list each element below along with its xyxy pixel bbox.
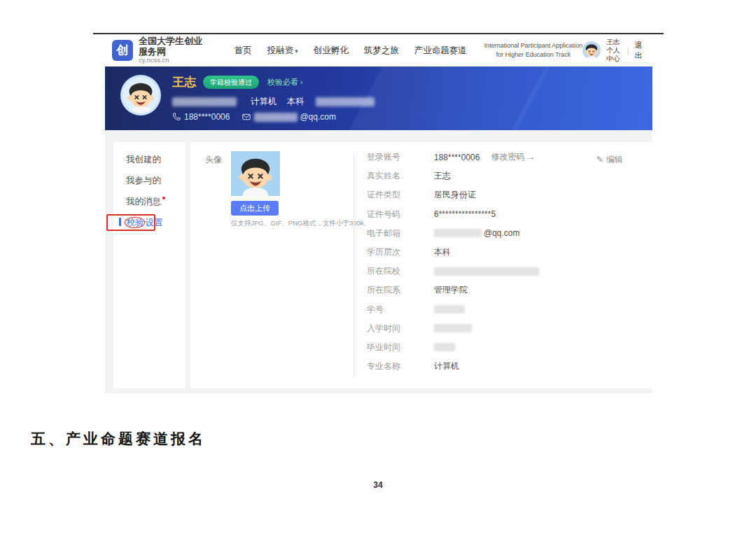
chevron-down-icon: ▾ (295, 48, 298, 55)
field-row-major-name: 专业名称 计算机 (367, 357, 641, 376)
notice-label: 校验必看 (267, 78, 298, 86)
content-area: 我创建的 我参与的 我的消息 校验设置 头像 点击上传 仅支持JPG、GIF、P… (105, 130, 652, 393)
menu-item-investment-label: 投融资 (267, 45, 294, 55)
sidebar-item-verify-settings[interactable]: 校验设置 (113, 212, 186, 233)
banner-line2: 计算机 本科 (172, 96, 374, 108)
active-indicator-bar (119, 218, 121, 226)
field-value: 6****************5 (434, 209, 496, 219)
profile-panel: 头像 点击上传 仅支持JPG、GIF、PNG格式，文件小于300k。 ✎编辑 登… (190, 142, 652, 388)
redacted-enrollment-date (434, 324, 472, 332)
field-row-degree-level: 学历层次 本科 (367, 243, 641, 262)
site-domain: cy.ncss.cn (139, 57, 211, 64)
banner-email-suffix: @qq.com (300, 112, 336, 122)
intl-application-link[interactable]: International Participant Application fo… (484, 41, 583, 59)
field-value: 计算机 (434, 360, 459, 372)
document-page: 创 全国大学生创业服务网 cy.ncss.cn 首页 投融资▾ 创业孵化 筑梦之… (0, 0, 756, 534)
field-label: 证件类型 (367, 189, 434, 201)
field-value: 管理学院 (434, 284, 468, 296)
field-row-school: 所在院校 (367, 262, 641, 281)
upload-hint-text: 仅支持JPG、GIF、PNG格式，文件小于300k。 (231, 219, 370, 228)
page-number: 34 (0, 480, 756, 490)
menu-item-industry-track[interactable]: 产业命题赛道 (414, 45, 467, 57)
profile-banner: 王志 学籍校验通过 校验必看› 计算机 本科 188****0006 @qq.c… (105, 66, 652, 130)
field-value: 王志 (434, 170, 451, 182)
user-area: 王志 个人中心 | 退出 (582, 38, 647, 63)
redacted-school (434, 267, 539, 276)
avatar-face-icon (231, 151, 280, 196)
redacted-school-name (172, 97, 237, 106)
field-row-student-id: 学号 (367, 300, 641, 319)
circled-label-part: 校验 (125, 217, 145, 228)
vertical-divider (354, 152, 354, 377)
banner-line3: 188****0006 @qq.com (172, 112, 374, 122)
user-name: 王志 (605, 38, 621, 46)
avatar-face-icon (122, 77, 159, 113)
separator: | (627, 46, 629, 55)
menu-item-home[interactable]: 首页 (234, 45, 252, 57)
user-avatar[interactable] (582, 41, 601, 59)
chevron-right-icon: › (300, 78, 303, 86)
field-value: 本科 (434, 246, 451, 258)
field-label: 所在院系 (367, 284, 434, 296)
banner-info: 王志 学籍校验通过 校验必看› 计算机 本科 188****0006 @qq.c… (172, 74, 374, 122)
avatar-face-icon (582, 41, 601, 59)
change-password-link[interactable]: 修改密码 → (491, 151, 535, 163)
field-label: 证件号码 (367, 209, 434, 220)
user-center-label: 个人中心 (605, 46, 621, 63)
site-identity: 全国大学生创业服务网 cy.ncss.cn (139, 36, 211, 65)
upload-avatar-button[interactable]: 点击上传 (231, 201, 279, 216)
field-value: 188****0006 (434, 153, 479, 162)
field-label: 电子邮箱 (367, 227, 434, 239)
intl-line1: International Participant Application (484, 41, 583, 50)
banner-phone: 188****0006 (184, 112, 230, 122)
banner-avatar (120, 75, 161, 115)
redacted-email-prefix (254, 113, 298, 122)
banner-degree: 本科 (287, 96, 304, 108)
banner-line1: 王志 学籍校验通过 校验必看› (172, 74, 374, 90)
redacted-student-id (434, 305, 465, 314)
field-row-enrollment-date: 入学时间 (367, 319, 641, 338)
field-label: 学号 (367, 304, 434, 316)
sidebar-item-my-created[interactable]: 我创建的 (113, 149, 186, 170)
verification-badge: 学籍校验通过 (203, 76, 259, 89)
field-value: 居民身份证 (434, 189, 476, 201)
field-row-login-account: 登录账号 188****0006 修改密码 → (367, 148, 641, 167)
mail-icon (242, 113, 251, 121)
sidebar-item-my-messages[interactable]: 我的消息 (113, 191, 186, 212)
redacted-info (316, 97, 374, 106)
field-label: 真实姓名 (367, 170, 434, 182)
field-label: 毕业时间 (367, 342, 434, 353)
menu-item-investment[interactable]: 投融资▾ (267, 45, 298, 57)
field-label: 所在院校 (367, 265, 434, 277)
site-logo[interactable]: 创 (112, 40, 133, 61)
field-row-real-name: 真实姓名 王志 (367, 167, 641, 185)
website-screenshot: 创 全国大学生创业服务网 cy.ncss.cn 首页 投融资▾ 创业孵化 筑梦之… (105, 34, 652, 393)
menu-item-incubation[interactable]: 创业孵化 (314, 45, 349, 57)
banner-major: 计算机 (251, 96, 277, 108)
profile-avatar-image[interactable] (231, 151, 280, 196)
logout-button[interactable]: 退出 (635, 40, 644, 61)
profile-form: 登录账号 188****0006 修改密码 → 真实姓名 王志 证件类型 居民身… (367, 148, 641, 376)
redacted-graduation-date (434, 343, 455, 351)
user-center-link[interactable]: 王志 个人中心 (605, 38, 621, 63)
section-heading: 五、产业命题赛道报名 (31, 429, 206, 449)
field-label: 学历层次 (367, 246, 434, 258)
sidebar-item-my-joined[interactable]: 我参与的 (113, 170, 186, 191)
my-messages-label: 我的消息 (126, 197, 161, 206)
field-row-department: 所在院系 管理学院 (367, 281, 641, 300)
phone-icon (172, 113, 181, 121)
menu-item-dream-journey[interactable]: 筑梦之旅 (364, 45, 399, 57)
sidebar: 我创建的 我参与的 我的消息 校验设置 (113, 142, 186, 388)
field-label: 登录账号 (367, 151, 434, 163)
main-menu: 首页 投融资▾ 创业孵化 筑梦之旅 产业命题赛道 (227, 45, 475, 57)
unread-dot (162, 197, 165, 199)
site-name: 全国大学生创业服务网 (139, 36, 211, 57)
field-row-id-type: 证件类型 居民身份证 (367, 185, 641, 204)
avatar-field-label: 头像 (205, 154, 222, 166)
redacted-email-prefix (434, 229, 482, 237)
field-row-graduation-date: 毕业时间 (367, 338, 641, 357)
field-row-id-number: 证件号码 6****************5 (367, 205, 641, 224)
banner-user-name: 王志 (172, 74, 196, 90)
field-label: 专业名称 (367, 360, 434, 372)
verification-notice-link[interactable]: 校验必看› (267, 77, 303, 87)
